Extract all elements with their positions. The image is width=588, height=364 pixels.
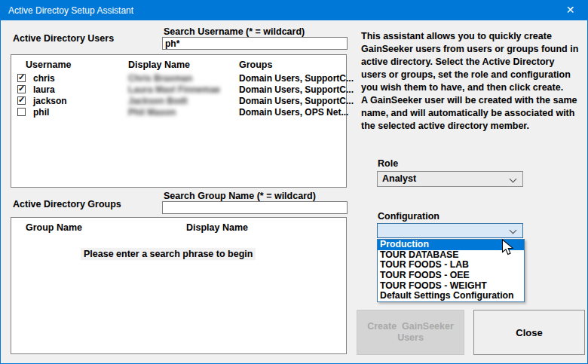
- groups-empty-message: Please enter a search phrase to begin: [81, 248, 256, 260]
- users-section-label: Active Directory Users: [13, 33, 114, 44]
- username: jackson: [33, 96, 67, 106]
- username: laura: [33, 84, 55, 95]
- users-list: Username Display Name Groups chris Chris…: [11, 54, 347, 188]
- users-col-username: Username: [26, 60, 71, 70]
- display-name-blurred: Jackson Bodt: [128, 96, 188, 106]
- groups-col-group-name: Group Name: [26, 222, 82, 233]
- create-gainseeker-users-button[interactable]: Create GainSeeker Users: [357, 310, 464, 355]
- role-dropdown[interactable]: Analyst: [377, 171, 523, 187]
- user-groups: Domain Users, SupportC...: [239, 73, 354, 84]
- configuration-label: Configuration: [378, 211, 439, 222]
- user-row[interactable]: jackson Jackson Bodt Domain Users, Suppo…: [11, 96, 346, 107]
- username: chris: [33, 73, 55, 84]
- users-col-groups: Groups: [239, 60, 272, 70]
- assistant-description: This assistant allows you to quickly cre…: [361, 30, 584, 133]
- search-group-label: Search Group Name (* = wildcard): [164, 191, 316, 201]
- close-icon[interactable]: ✕: [553, 1, 587, 20]
- search-username-input[interactable]: [162, 37, 348, 50]
- display-name-blurred: Chris Braxman: [128, 73, 192, 84]
- search-group-input[interactable]: [162, 201, 348, 214]
- groups-col-display-name: Display Name: [186, 222, 248, 233]
- users-col-display-name: Display Name: [128, 60, 190, 70]
- display-name-blurred: Laura Mavl Finnemae: [128, 84, 220, 95]
- user-row[interactable]: chris Chris Braxman Domain Users, Suppor…: [11, 73, 346, 84]
- user-checkbox[interactable]: [17, 96, 26, 105]
- user-checkbox[interactable]: [17, 85, 26, 93]
- user-row[interactable]: phil Phil Mason Domain Users, OPS Net...: [11, 107, 346, 118]
- groups-list: Group Name Display Name Please enter a s…: [11, 217, 347, 354]
- close-button[interactable]: Close: [473, 310, 585, 355]
- user-checkbox[interactable]: [17, 74, 26, 82]
- username: phil: [33, 107, 49, 118]
- user-row[interactable]: laura Laura Mavl Finnemae Domain Users, …: [11, 84, 346, 96]
- mouse-cursor-icon: [501, 239, 514, 259]
- chevron-down-icon: [510, 176, 517, 183]
- search-username-label: Search Username (* = wildcard): [164, 26, 305, 37]
- groups-section-label: Active Directory Groups: [13, 199, 121, 210]
- user-groups: Domain Users, OPS Net...: [239, 107, 348, 118]
- option-tour-foods-lab[interactable]: TOUR FOODS - LAB: [378, 260, 524, 271]
- chevron-down-icon: [510, 227, 517, 234]
- user-checkbox[interactable]: [17, 108, 26, 116]
- role-value: Analyst: [382, 172, 416, 186]
- user-groups: Domain Users, SupportC...: [239, 84, 354, 95]
- user-groups: Domain Users, SupportC...: [239, 96, 354, 106]
- option-tour-foods-oee[interactable]: TOUR FOODS - OEE: [378, 271, 524, 281]
- window-title: Active Directoy Setup Assistant: [8, 1, 133, 20]
- display-name-blurred: Phil Mason: [128, 107, 176, 118]
- titlebar: Active Directoy Setup Assistant ✕: [1, 1, 587, 20]
- option-tour-foods-weight[interactable]: TOUR FOODS - WEIGHT: [378, 281, 524, 292]
- configuration-dropdown[interactable]: [377, 223, 523, 238]
- dialog-window: Active Directoy Setup Assistant ✕ Active…: [0, 0, 588, 364]
- option-default-settings-configuration[interactable]: Default Settings Configuration: [378, 291, 524, 301]
- role-label: Role: [378, 158, 398, 169]
